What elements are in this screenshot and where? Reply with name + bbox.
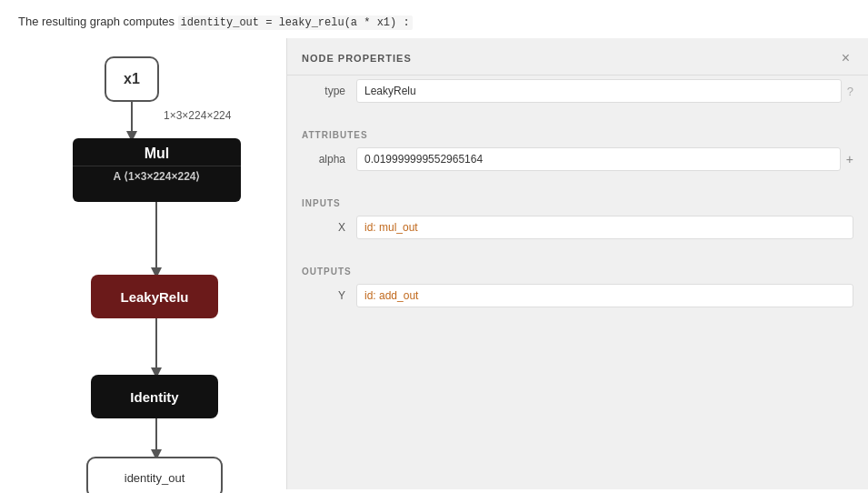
panel-type-section: type LeakyRelu ? (287, 79, 868, 121)
panel-divider-top (287, 75, 868, 75)
type-label: type (302, 85, 356, 97)
attributes-section-label: ATTRIBUTES (287, 121, 868, 147)
panel-outputs-section: Y id: add_out (287, 284, 868, 326)
graph-container: x1 1×3×224×224 Mul A ⟨1×3×224×224⟩ Leaky… (18, 47, 273, 475)
type-value: LeakyRelu (356, 79, 842, 103)
node-leakyrelu-label: LeakyRelu (120, 289, 188, 305)
node-x1[interactable]: x1 (105, 56, 159, 102)
node-identity[interactable]: Identity (91, 375, 218, 418)
node-mul-subtitle: A ⟨1×3×224×224⟩ (73, 166, 241, 183)
panel-header: NODE PROPERTIES × (287, 38, 868, 75)
panel-title: NODE PROPERTIES (302, 53, 412, 64)
input-x-label: X (302, 221, 356, 234)
panel-attributes-section: alpha 0.019999999552965164 + (287, 147, 868, 189)
panel-output-y-row: Y id: add_out (302, 284, 853, 307)
panel-type-row: type LeakyRelu ? (302, 79, 853, 103)
graph-area: x1 1×3×224×224 Mul A ⟨1×3×224×224⟩ Leaky… (0, 38, 286, 489)
alpha-label: alpha (302, 153, 356, 166)
description-text: The resulting graph computes identity_ou… (0, 0, 868, 38)
node-leakyrelu[interactable]: LeakyRelu (91, 275, 218, 318)
input-x-value: id: mul_out (356, 216, 853, 239)
panel-close-button[interactable]: × (838, 51, 853, 65)
panel-inputs-section: X id: mul_out (287, 216, 868, 257)
node-properties-panel: NODE PROPERTIES × type LeakyRelu ? ATTRI… (286, 38, 868, 489)
node-identity-out[interactable]: identity_out (86, 457, 223, 493)
outputs-section-label: OUTPUTS (287, 257, 868, 284)
node-identity-out-label: identity_out (125, 471, 185, 485)
panel-alpha-row: alpha 0.019999999552965164 + (302, 147, 853, 171)
alpha-value: 0.019999999552965164 (356, 147, 841, 171)
node-identity-label: Identity (130, 389, 178, 405)
node-mul-title: Mul (73, 146, 241, 162)
description-before: The resulting graph computes (18, 15, 175, 28)
panel-input-x-row: X id: mul_out (302, 216, 853, 239)
node-mul-dim-label: 1×3×224×224 (164, 109, 231, 122)
type-question-icon: ? (847, 85, 853, 98)
node-mul[interactable]: Mul A ⟨1×3×224×224⟩ (73, 138, 241, 202)
alpha-plus-icon[interactable]: + (846, 152, 853, 166)
node-x1-label: x1 (124, 71, 140, 87)
output-y-value: id: add_out (356, 284, 853, 307)
inputs-section-label: INPUTS (287, 189, 868, 216)
output-y-label: Y (302, 289, 356, 302)
description-code: identity_out = leaky_relu(a * x1) : (178, 15, 413, 30)
